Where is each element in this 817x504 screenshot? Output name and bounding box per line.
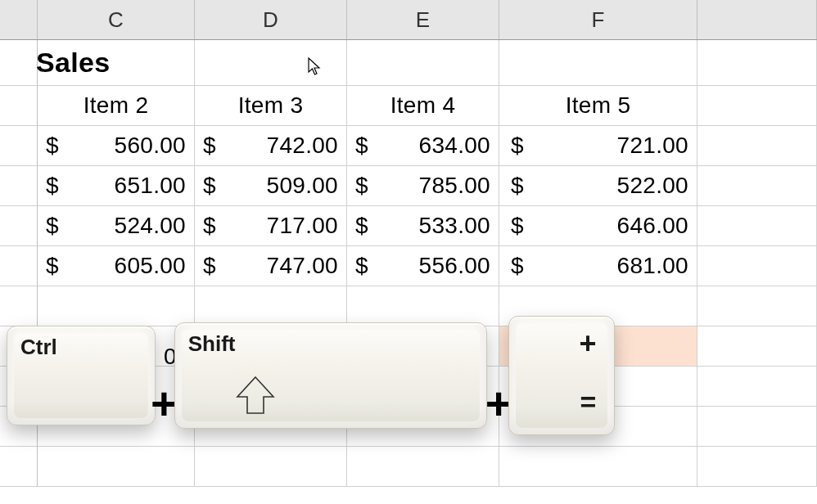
cell-C5[interactable]: $524.00 xyxy=(38,206,195,245)
cell-F3[interactable]: $721.00 xyxy=(499,126,697,165)
cell-G2[interactable] xyxy=(697,86,817,125)
key-plus-top-label: + xyxy=(579,326,596,361)
label-item3: Item 3 xyxy=(238,92,304,119)
column-header-F[interactable]: F xyxy=(499,0,697,39)
cell-D4[interactable]: $509.00 xyxy=(195,166,347,205)
row-stub xyxy=(0,86,38,125)
row-4: $651.00 $509.00 $785.00 $522.00 xyxy=(0,166,817,206)
cell-D1[interactable] xyxy=(195,40,347,85)
cell-C2[interactable]: Item 2 xyxy=(38,86,195,125)
spreadsheet-viewport: C D E F Sales Item 2 Item 3 Item 4 Item … xyxy=(0,0,817,504)
label-item5: Item 5 xyxy=(566,92,631,119)
key-ctrl-label: Ctrl xyxy=(20,335,57,360)
cell-E6[interactable]: $556.00 xyxy=(347,246,499,286)
cell-E4[interactable]: $785.00 xyxy=(347,166,499,205)
row-2: Item 2 Item 3 Item 4 Item 5 xyxy=(0,86,817,126)
cell-F4[interactable]: $522.00 xyxy=(499,166,697,205)
label-item4: Item 4 xyxy=(390,92,456,119)
cell-E2[interactable]: Item 4 xyxy=(347,86,499,125)
cell-D2[interactable]: Item 3 xyxy=(195,86,347,125)
row-1: Sales xyxy=(0,40,817,86)
column-header-D[interactable]: D xyxy=(195,0,347,39)
shortcut-overlay: Ctrl + Shift + + = xyxy=(7,316,615,435)
cell-G1[interactable] xyxy=(697,40,817,85)
row-5: $524.00 $717.00 $533.00 $646.00 xyxy=(0,206,817,246)
cell-F1[interactable] xyxy=(499,40,697,85)
cell-C4[interactable]: $651.00 xyxy=(38,166,195,205)
key-plus-bot-label: = xyxy=(580,386,597,418)
column-header-E[interactable]: E xyxy=(347,0,499,39)
title-fragment: ales xyxy=(55,47,110,78)
cell-E3[interactable]: $634.00 xyxy=(347,126,499,165)
cell-C1[interactable]: Sales xyxy=(38,40,195,85)
column-header-G[interactable] xyxy=(697,0,817,39)
row-3: $$ 560.00560.00 $742.00 $634.00 $721.00 xyxy=(0,126,817,166)
cell-C6[interactable]: $605.00 xyxy=(38,246,195,286)
cell-D5[interactable]: $717.00 xyxy=(195,206,347,245)
row-6: $605.00 $747.00 $556.00 $681.00 xyxy=(0,246,817,286)
cell-E1[interactable] xyxy=(347,40,499,85)
plus-join-1: + xyxy=(151,380,178,426)
shift-arrow-icon xyxy=(232,372,278,418)
cell-F5[interactable]: $646.00 xyxy=(499,206,697,245)
cell-C3[interactable]: $$ 560.00560.00 xyxy=(38,126,195,165)
row-11 xyxy=(0,447,817,487)
key-ctrl: Ctrl xyxy=(7,326,156,425)
corner-stub[interactable] xyxy=(0,0,38,39)
key-plus-equals: + = xyxy=(508,316,615,435)
key-shift: Shift xyxy=(174,322,487,429)
column-header-row: C D E F xyxy=(0,0,817,40)
column-header-C[interactable]: C xyxy=(38,0,195,39)
key-shift-label: Shift xyxy=(188,331,236,357)
cell-E5[interactable]: $533.00 xyxy=(347,206,499,245)
cell-F6[interactable]: $681.00 xyxy=(499,246,697,286)
cell-D3[interactable]: $742.00 xyxy=(195,126,347,165)
cell-F2[interactable]: Item 5 xyxy=(499,86,697,125)
label-item2: Item 2 xyxy=(84,92,149,119)
row-stub xyxy=(0,40,38,85)
cell-D6[interactable]: $747.00 xyxy=(195,246,347,286)
